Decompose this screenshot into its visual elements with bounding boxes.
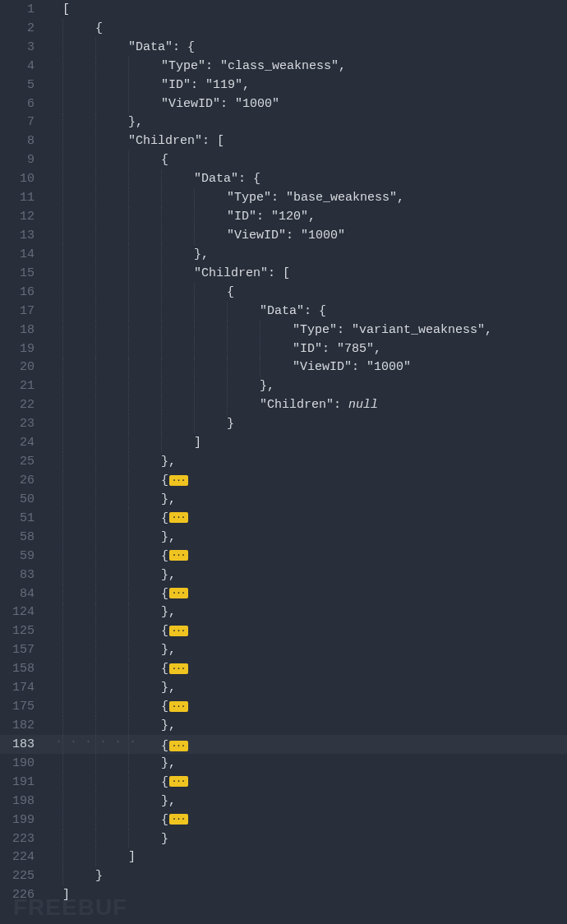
code-editor[interactable]: 1[2{3"Data": {4"Type": "class_weakness",… <box>0 0 567 924</box>
code-content: }, <box>48 379 274 393</box>
code-line[interactable]: 14}, <box>0 245 567 264</box>
code-line[interactable]: 50}, <box>0 490 567 509</box>
code-line[interactable]: 23} <box>0 414 567 433</box>
line-number: 84 <box>0 587 48 601</box>
code-line[interactable]: 15"Children": [ <box>0 264 567 283</box>
code-content: "Data": { <box>48 172 260 186</box>
code-line[interactable]: 10"Data": { <box>0 169 567 188</box>
code-line[interactable]: 16{ <box>0 283 567 302</box>
code-content: }, <box>48 247 209 261</box>
code-line[interactable]: 7}, <box>0 113 567 132</box>
line-number: 190 <box>0 756 48 770</box>
code-line[interactable]: 5"ID": "119", <box>0 76 567 95</box>
line-number: 225 <box>0 869 48 883</box>
line-number: 191 <box>0 775 48 789</box>
code-line[interactable]: 13"ViewID": "1000" <box>0 226 567 245</box>
code-line[interactable]: 199{··· <box>0 811 567 829</box>
code-content: {··· <box>48 624 189 638</box>
line-number: 21 <box>0 379 48 393</box>
code-line[interactable]: 125{··· <box>0 621 567 640</box>
code-line[interactable]: 182}, <box>0 716 567 735</box>
code-content: }, <box>48 681 176 695</box>
fold-marker-icon[interactable]: ··· <box>169 663 188 674</box>
code-content: }, <box>48 115 143 129</box>
line-number: 10 <box>0 172 48 186</box>
line-number: 50 <box>0 492 48 506</box>
line-number: 13 <box>0 229 48 243</box>
line-number: 19 <box>0 342 48 356</box>
line-number: 9 <box>0 153 48 167</box>
code-content: "ID": "785", <box>48 342 381 356</box>
line-number: 51 <box>0 511 48 525</box>
code-line[interactable]: 198}, <box>0 792 567 811</box>
fold-marker-icon[interactable]: ··· <box>169 512 188 523</box>
code-line[interactable]: 84{··· <box>0 584 567 603</box>
code-line[interactable]: 190}, <box>0 754 567 773</box>
code-line[interactable]: 157}, <box>0 640 567 659</box>
fold-marker-icon[interactable]: ··· <box>169 475 188 486</box>
code-content: }, <box>48 530 176 544</box>
code-line[interactable]: 83}, <box>0 566 567 584</box>
code-line[interactable]: 59{··· <box>0 547 567 566</box>
code-line[interactable]: 226] <box>0 885 567 904</box>
code-content: {··· <box>48 474 189 487</box>
code-line[interactable]: 58}, <box>0 528 567 547</box>
fold-marker-icon[interactable]: ··· <box>169 776 188 787</box>
code-content: "ViewID": "1000" <box>48 360 411 374</box>
code-line[interactable]: 225} <box>0 866 567 885</box>
code-line[interactable]: 224] <box>0 848 567 866</box>
code-line[interactable]: 2{ <box>0 19 567 38</box>
line-number: 125 <box>0 624 48 638</box>
code-line[interactable]: 25}, <box>0 452 567 471</box>
code-content: "Data": { <box>48 304 326 318</box>
fold-marker-icon[interactable]: ··· <box>169 701 188 712</box>
fold-marker-icon[interactable]: ··· <box>169 626 188 636</box>
line-number: 22 <box>0 398 48 412</box>
code-line[interactable]: 223} <box>0 829 567 848</box>
line-number: 83 <box>0 568 48 582</box>
line-number: 26 <box>0 474 48 487</box>
line-number: 16 <box>0 285 48 299</box>
line-number: 1 <box>0 2 48 16</box>
code-line[interactable]: 8"Children": [ <box>0 132 567 150</box>
code-line[interactable]: 21}, <box>0 377 567 395</box>
code-line[interactable]: 158{··· <box>0 659 567 678</box>
code-line[interactable]: 183 · · · · · · {··· <box>0 735 567 754</box>
code-line[interactable]: 24] <box>0 433 567 452</box>
code-content: {··· <box>48 587 189 601</box>
code-line[interactable]: 17"Data": { <box>0 302 567 321</box>
fold-marker-icon[interactable]: ··· <box>169 814 188 825</box>
code-line[interactable]: 4"Type": "class_weakness", <box>0 57 567 76</box>
line-number: 17 <box>0 304 48 318</box>
code-line[interactable]: 19"ID": "785", <box>0 340 567 358</box>
code-line[interactable]: 22"Children": null <box>0 395 567 414</box>
line-number: 199 <box>0 813 48 827</box>
code-line[interactable]: 1[ <box>0 0 567 19</box>
code-content: "Children": [ <box>48 266 290 280</box>
code-content: }, <box>48 794 176 808</box>
code-line[interactable]: 174}, <box>0 678 567 697</box>
line-number: 198 <box>0 794 48 808</box>
code-line[interactable]: 3"Data": { <box>0 38 567 57</box>
fold-marker-icon[interactable]: ··· <box>169 588 188 598</box>
code-line[interactable]: 11"Type": "base_weakness", <box>0 188 567 207</box>
code-content: [ <box>48 2 70 16</box>
code-line[interactable]: 20"ViewID": "1000" <box>0 358 567 377</box>
line-number: 174 <box>0 681 48 695</box>
code-line[interactable]: 26{··· <box>0 471 567 490</box>
code-line[interactable]: 12"ID": "120", <box>0 207 567 226</box>
fold-marker-icon[interactable]: ··· <box>169 741 188 751</box>
code-line[interactable]: 191{··· <box>0 773 567 792</box>
line-number: 24 <box>0 436 48 450</box>
line-number: 58 <box>0 530 48 544</box>
fold-marker-icon[interactable]: ··· <box>169 550 188 561</box>
code-line[interactable]: 18"Type": "variant_weakness", <box>0 321 567 340</box>
code-line[interactable]: 124}, <box>0 603 567 622</box>
code-content: ] <box>48 850 136 864</box>
code-content: {··· <box>48 511 189 525</box>
code-line[interactable]: 51{··· <box>0 509 567 528</box>
code-line[interactable]: 9{ <box>0 150 567 169</box>
code-line[interactable]: 175{··· <box>0 697 567 716</box>
code-line[interactable]: 6"ViewID": "1000" <box>0 95 567 113</box>
code-content: "ID": "119", <box>48 78 250 92</box>
